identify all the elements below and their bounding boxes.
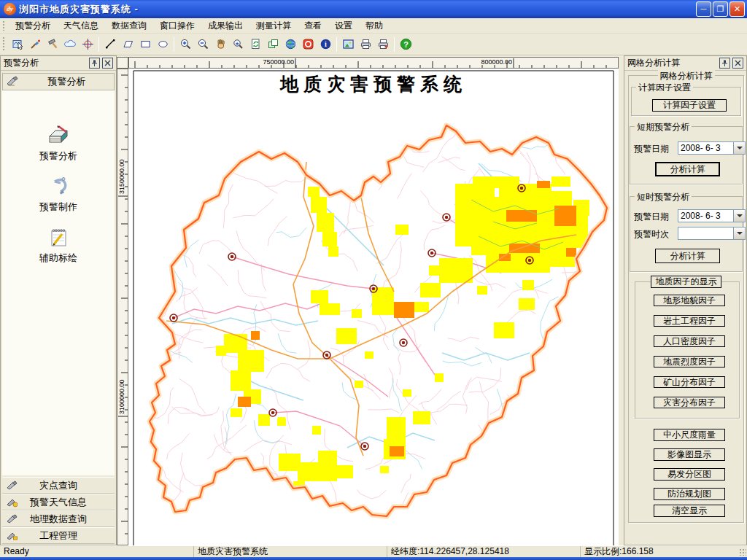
extra-button-1[interactable]: 中小尺度雨量 [654,429,725,441]
outer-groupbox-caption: 网格分析计算 [658,70,715,82]
short-time-period-combobox[interactable] [678,227,746,240]
town-marker [361,443,368,450]
record-button[interactable] [299,36,317,53]
pan-button[interactable] [212,36,229,53]
print-icon [360,38,372,50]
town-marker [170,314,177,322]
zoom-extent-button[interactable]: ± [229,36,247,53]
rectangle-button[interactable] [136,36,154,53]
restore-button[interactable]: ❐ [713,1,728,17]
menu-item-1[interactable]: 天气信息 [57,18,105,34]
disaster-query-icon [7,480,18,491]
warning-analysis-panel: 预警分析 预警分析 预警分析预警制作辅助标绘 灾点查询预警天气信息地理数据查询工… [0,55,117,545]
rectangle-icon [139,38,152,50]
svg-text:3150000.00: 3150000.00 [118,159,125,194]
image-view-button[interactable] [339,36,357,53]
factor-display-header-button[interactable]: 地质因子的显示 [651,276,721,288]
refresh-button[interactable] [247,36,264,53]
factor-settings-button[interactable]: 计算因子设置 [652,99,727,112]
sidebar-bar-1[interactable]: 灾点查询 [2,477,115,494]
svg-text:±: ± [235,40,238,47]
menu-item-0[interactable]: 预警分析 [9,18,57,34]
brush-button[interactable] [26,36,44,53]
town-marker [428,249,436,257]
help-icon: ? [400,38,412,50]
short-term-analyze-button[interactable]: 分析计算 [655,162,720,176]
town-marker [323,351,330,359]
right-panel-titlebar: 网格分析计算 [624,56,746,71]
menu-item-6[interactable]: 查看 [298,18,328,34]
factor-button-5[interactable]: 矿山分布因子 [654,376,725,388]
hammer-button[interactable] [44,36,61,53]
menu-item-2[interactable]: 数据查询 [105,18,153,34]
extra-button-4[interactable]: 防治规划图 [654,488,725,500]
short-term-date-combobox[interactable]: 2008- 6- 3 [678,141,746,155]
short-term-date-value: 2008- 6- 3 [678,142,733,154]
zoom-in-button[interactable] [177,36,194,53]
chevron-down-icon[interactable] [733,210,745,222]
short-time-period-label: 预警时次 [634,228,669,241]
cloud-button[interactable] [61,36,79,53]
sidebar-item-label: 辅助标绘 [2,252,115,265]
menubar-grip[interactable] [2,20,6,31]
menu-item-8[interactable]: 帮助 [359,18,390,34]
print-button[interactable] [357,36,374,53]
toolbar-separator [98,37,99,52]
line-icon [104,38,117,50]
sidebar-bar-label: 地理数据查询 [2,513,115,526]
window-bottom-border [0,557,747,560]
crosshair-button[interactable] [79,36,96,53]
resize-grip[interactable] [739,548,746,556]
sidebar-item-3[interactable]: 辅助标绘 [2,225,115,272]
extra-button-2[interactable]: 影像图显示 [654,448,725,461]
map-select-button[interactable] [9,36,26,53]
menu-bar-items: 预警分析天气信息数据查询窗口操作成果输出测量计算查看设置帮助 [9,18,390,34]
sidebar-item-2[interactable]: 预警制作 [2,174,115,221]
sidebar-item-1[interactable]: 预警分析 [2,123,115,170]
factor-button-2[interactable]: 岩土工程因子 [654,315,725,327]
close-icon[interactable] [732,58,743,69]
menu-item-4[interactable]: 成果输出 [201,18,249,34]
menu-item-5[interactable]: 测量计算 [249,18,298,34]
help-button[interactable]: ? [397,36,414,53]
chevron-down-icon[interactable] [733,228,745,239]
window-titlebar[interactable]: dy 浏阳市地质灾害预警系统 - ─ ❐ ✕ [0,0,747,18]
polygon-icon [122,38,134,50]
line-button[interactable] [101,36,119,53]
extra-button-5[interactable]: 清空显示 [654,505,725,517]
copy-layers-button[interactable] [264,36,282,53]
short-time-date-value: 2008- 6- 3 [678,210,733,222]
menu-item-7[interactable]: 设置 [328,18,359,34]
pin-icon[interactable] [719,58,730,69]
menu-item-3[interactable]: 窗口操作 [153,18,201,34]
close-button[interactable]: ✕ [729,1,745,17]
factor-button-1[interactable]: 地形地貌因子 [654,295,725,306]
print-setup-button[interactable] [374,36,392,53]
sidebar-bar-2[interactable]: 预警天气信息 [2,494,115,510]
extra-button-3[interactable]: 易发分区图 [654,468,725,481]
globe-icon [285,38,297,50]
pin-icon[interactable] [89,58,100,69]
factor-button-3[interactable]: 人口密度因子 [654,335,725,347]
close-icon[interactable] [102,58,113,69]
left-panel-header[interactable]: 预警分析 [2,73,115,90]
chevron-down-icon[interactable] [733,142,745,154]
factor-button-6[interactable]: 灾害分布因子 [654,397,725,408]
ellipse-button[interactable] [154,36,171,53]
refresh-icon [249,38,262,50]
sidebar-bar-4[interactable]: 工程管理 [2,527,115,544]
crosshair-icon [82,38,94,50]
sidebar-bar-3[interactable]: 地理数据查询 [2,510,115,527]
short-time-analyze-button[interactable]: 分析计算 [655,249,720,263]
factor-settings-caption: 计算因子设置 [636,82,693,94]
short-time-date-combobox[interactable]: 2008- 6- 3 [678,209,746,222]
info-button[interactable]: i [317,36,334,53]
globe-button[interactable] [282,36,299,53]
toolbar-grip[interactable] [2,36,6,51]
panel-splitter[interactable] [619,55,624,545]
map-canvas[interactable]: 地质灾害预警系统 [128,69,619,545]
polygon-button[interactable] [119,36,136,53]
zoom-out-button[interactable] [194,36,212,53]
factor-button-4[interactable]: 地震烈度因子 [654,356,725,368]
minimize-button[interactable]: ─ [696,1,711,17]
